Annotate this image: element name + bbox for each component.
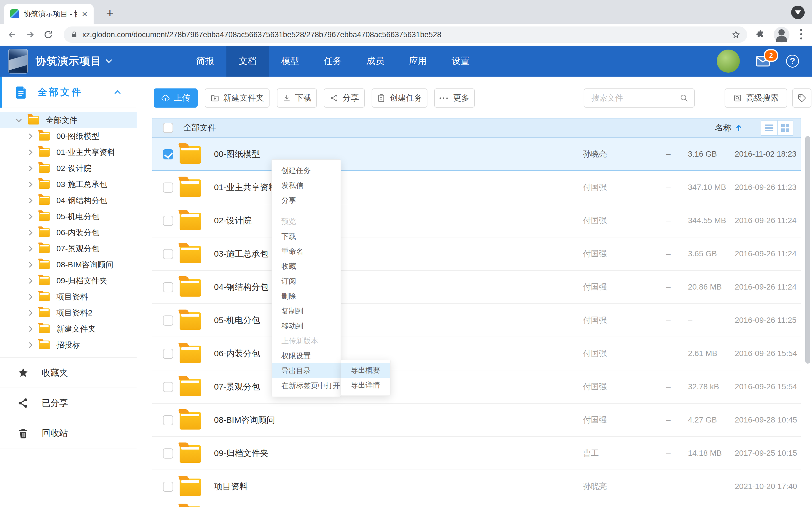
table-row[interactable]: 00-图纸模型 孙晓亮 – 3.16 GB 2016-11-02 18:23	[152, 138, 801, 171]
file-name[interactable]: 02-设计院	[214, 204, 252, 237]
tab-close-icon[interactable]: ×	[82, 9, 87, 18]
nav-tab[interactable]: 简报	[184, 46, 226, 76]
messages-button[interactable]: 2	[756, 55, 770, 67]
sidebar-item-shared[interactable]: 已分享	[0, 388, 137, 418]
submenu-item[interactable]: 导出详情	[341, 378, 390, 393]
row-checkbox[interactable]	[163, 216, 173, 226]
file-name[interactable]: 08-BIM咨询顾问	[214, 404, 275, 436]
tree-item[interactable]: 04-钢结构分包	[0, 192, 137, 209]
menu-item[interactable]: 下载	[272, 229, 341, 244]
menu-item[interactable]: 删除	[272, 289, 341, 304]
chevron-right-icon[interactable]	[27, 342, 33, 348]
menu-item[interactable]: 发私信	[272, 178, 341, 193]
project-switcher[interactable]: 协筑演示项目	[36, 46, 111, 76]
tree-item[interactable]: 02-设计院	[0, 160, 137, 176]
menu-item[interactable]: 预览	[272, 214, 341, 229]
back-icon[interactable]	[7, 30, 17, 40]
address-bar[interactable]: xz.glodon.com/document/278b7967ebba4708a…	[64, 26, 747, 43]
row-checkbox[interactable]	[163, 415, 173, 425]
file-name[interactable]: 07-景观分包	[214, 371, 260, 403]
file-name[interactable]: 03-施工总承包	[214, 237, 268, 270]
menu-item[interactable]: 复制到	[272, 304, 341, 319]
tree-item-root[interactable]: 全部文件	[0, 112, 137, 128]
sidebar-item-favorites[interactable]: 收藏夹	[0, 358, 137, 388]
file-name[interactable]: 05-机电分包	[214, 304, 260, 337]
table-row[interactable]: 09-归档文件夹 曹工 – 14.18 MB 2017-09-25 10:15	[152, 437, 801, 470]
upload-button[interactable]: 上传	[154, 89, 198, 108]
browser-profile-avatar[interactable]	[774, 27, 790, 43]
share-button[interactable]: 分享	[324, 89, 365, 108]
row-checkbox[interactable]	[163, 282, 173, 292]
chevron-right-icon[interactable]	[27, 214, 33, 219]
file-name[interactable]: 09-归档文件夹	[214, 437, 268, 469]
table-row[interactable]: 05-机电分包 付国强 – – 2016-09-26 11:25	[152, 304, 801, 337]
file-name[interactable]: 01-业主共享资料	[214, 171, 277, 204]
chevron-right-icon[interactable]	[27, 150, 33, 155]
row-checkbox[interactable]	[163, 349, 173, 359]
table-row[interactable]: 01-业主共享资料 付国强 – 347.10 MB 2016-09-26 11:…	[152, 171, 801, 204]
tree-item[interactable]: 05-机电分包	[0, 209, 137, 224]
bookmark-star-icon[interactable]	[731, 30, 741, 39]
submenu-item[interactable]: 导出概要	[341, 363, 390, 378]
table-row[interactable]: 02-设计院 付国强 – 344.55 MB 2016-09-26 11:24	[152, 204, 801, 237]
nav-tab[interactable]: 模型	[269, 46, 312, 76]
page-scrollbar[interactable]	[805, 136, 810, 363]
row-checkbox[interactable]	[163, 316, 173, 326]
nav-tab[interactable]: 应用	[397, 46, 439, 76]
menu-item[interactable]: 分享	[272, 193, 341, 208]
sidebar-section-all-files[interactable]: 全部文件	[0, 76, 137, 108]
select-all-checkbox[interactable]	[163, 123, 173, 133]
file-name[interactable]: 06-内装分包	[214, 337, 260, 370]
chevron-right-icon[interactable]	[27, 230, 33, 235]
sidebar-item-recycle[interactable]: 回收站	[0, 418, 137, 448]
tree-item[interactable]: 03-施工总承包	[0, 176, 137, 192]
row-checkbox[interactable]	[163, 448, 173, 459]
tree-item[interactable]: 招投标	[0, 337, 137, 353]
row-checkbox[interactable]	[163, 182, 173, 193]
menu-item[interactable]: 导出目录	[272, 363, 341, 378]
table-row[interactable]: 06-内装分包 付国强 – 2.61 MB 2016-09-26 15:54	[152, 337, 801, 371]
help-icon[interactable]: ?	[786, 55, 799, 68]
tag-button[interactable]	[792, 89, 811, 108]
row-checkbox[interactable]	[163, 482, 173, 492]
nav-tab[interactable]: 任务	[312, 46, 354, 76]
chevron-right-icon[interactable]	[27, 278, 33, 284]
collapse-chevron-icon[interactable]	[114, 90, 121, 97]
table-row[interactable]: 项目资料 孙晓亮 – – 2021-10-20 17:40	[152, 470, 801, 503]
file-name[interactable]: 00-图纸模型	[214, 138, 260, 170]
chevron-right-icon[interactable]	[27, 182, 33, 187]
project-thumbnail[interactable]	[8, 49, 28, 73]
grid-view-button[interactable]	[777, 121, 793, 135]
new-tab-button[interactable]: +	[101, 4, 118, 21]
chevron-right-icon[interactable]	[27, 294, 33, 300]
search-input[interactable]: 搜索文件	[583, 89, 695, 108]
menu-item[interactable]: 在新标签页中打开	[272, 378, 341, 393]
advanced-search-button[interactable]: 高级搜索	[725, 89, 787, 108]
table-row[interactable]: 08-BIM咨询顾问 付国强 – 4.27 GB 2016-09-28 10:4…	[152, 404, 801, 437]
tree-item[interactable]: 09-归档文件夹	[0, 273, 137, 289]
row-checkbox[interactable]	[163, 249, 173, 259]
chevron-right-icon[interactable]	[27, 246, 33, 251]
reload-icon[interactable]	[43, 30, 53, 40]
chevron-right-icon[interactable]	[27, 310, 33, 316]
forward-icon[interactable]	[26, 30, 35, 40]
tree-item[interactable]: 01-业主共享资料	[0, 144, 137, 160]
new-folder-button[interactable]: 新建文件夹	[205, 89, 269, 108]
menu-item[interactable]: 上传新版本	[272, 334, 341, 348]
user-avatar[interactable]	[717, 50, 740, 73]
file-name[interactable]: 04-钢结构分包	[214, 271, 268, 303]
table-row[interactable]: 07-景观分包 付国强 – 32.78 kB 2016-09-26 15:54	[152, 371, 801, 404]
row-checkbox[interactable]	[163, 149, 173, 159]
browser-menu-icon[interactable]	[800, 29, 802, 40]
chevron-right-icon[interactable]	[27, 166, 33, 171]
menu-item[interactable]: 重命名	[272, 244, 341, 259]
tree-item[interactable]: 06-内装分包	[0, 224, 137, 240]
tree-item[interactable]: 07-景观分包	[0, 240, 137, 257]
more-button[interactable]: 更多	[434, 89, 475, 108]
chevron-right-icon[interactable]	[27, 262, 33, 268]
table-row[interactable]: 04-钢结构分包 付国强 – 20.86 MB 2016-09-26 11:24	[152, 271, 801, 304]
nav-tab[interactable]: 文档	[226, 46, 269, 76]
sort-control[interactable]: 名称	[715, 122, 743, 133]
menu-item[interactable]: 权限设置	[272, 348, 341, 363]
menu-item[interactable]: 移动到	[272, 319, 341, 334]
